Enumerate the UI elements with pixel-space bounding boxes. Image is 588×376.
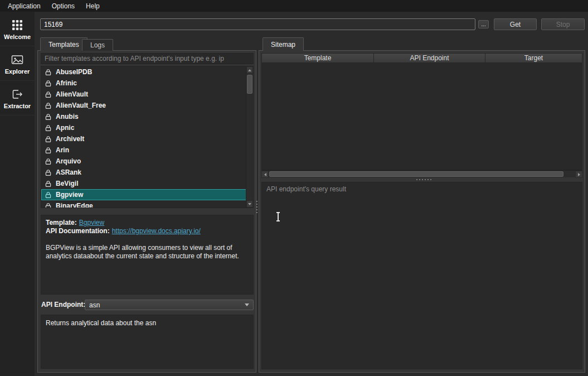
api-endpoint-label: API Endpoint: [41,300,85,310]
template-name: AbuseIPDB [56,68,92,76]
sitemap-table: Template API Endpoint Target [261,53,582,177]
menu-bar: Application Options Help [0,0,588,12]
sidebar-item-label: Extractor [4,103,31,109]
lock-icon [45,80,51,87]
menu-item[interactable]: Application [2,1,46,12]
target-input[interactable] [40,18,475,30]
scroll-down-button[interactable] [246,200,253,208]
template-list-item[interactable]: AbuseIPDB [41,66,247,78]
template-list-item[interactable]: ASRank [41,167,247,178]
api-endpoint-value: asn [89,301,100,309]
template-list[interactable]: AbuseIPDB Afrinic [41,66,254,208]
query-result-placeholder: API endpoint's query result [266,185,346,193]
column-header-api-endpoint[interactable]: API Endpoint [374,53,485,63]
lock-icon [45,147,51,154]
scroll-right-button[interactable] [575,171,582,178]
stop-button[interactable]: Stop [541,18,585,30]
lock-icon [45,203,51,209]
template-rows: AbuseIPDB Afrinic [41,66,247,208]
template-name: ASRank [56,168,81,176]
scrollbar-track[interactable] [246,74,253,200]
hscrollbar-track[interactable] [269,171,575,177]
text-cursor [276,212,280,221]
menu-item[interactable]: Options [46,1,80,12]
image-icon [11,54,23,65]
browse-button[interactable]: ... [478,20,489,28]
template-name: Arquivo [56,157,81,165]
api-doc-label: API Documentation: [46,227,110,235]
sidebar-item-label: Explorer [5,68,30,75]
horizontal-splitter-handle[interactable] [414,179,434,181]
template-list-item[interactable]: Bgpview [41,189,247,200]
lock-icon [45,69,51,76]
endpoint-description: Returns analytical data about the asn [46,319,156,327]
get-button[interactable]: Get [494,18,537,30]
template-list-item[interactable]: ArchiveIt [41,133,247,144]
tab-logs[interactable]: Logs [82,39,113,51]
template-label: Template: [46,219,77,226]
sidebar-item-explorer[interactable]: Explorer [0,46,35,81]
vertical-splitter-handle[interactable] [256,200,258,214]
endpoint-description-box: Returns analytical data about the asn [41,315,254,369]
api-doc-link[interactable]: https://bgpview.docs.apiary.io/ [112,227,201,235]
tab-templates[interactable]: Templates [40,37,88,51]
template-name: BeVigil [56,180,78,187]
grid-icon [12,20,23,31]
filter-input[interactable] [41,53,254,64]
template-list-item[interactable]: Anubis [41,111,247,122]
template-list-item[interactable]: BinaryEdge [41,200,247,208]
template-list-item[interactable]: AlienVault_Free [41,100,247,111]
template-list-item[interactable]: Arquivo [41,156,247,167]
table-header: Template API Endpoint Target [261,53,582,63]
template-name: Bgpview [56,191,83,199]
lock-icon [45,136,51,143]
template-list-item[interactable]: AlienVault [41,89,247,100]
tab-sitemap[interactable]: Sitemap [263,37,304,51]
api-endpoint-select[interactable]: asn [85,300,254,310]
lock-icon [45,124,51,132]
query-result-box[interactable]: API endpoint's query result [261,182,582,369]
template-description: BGPView is a simple API allowing consume… [46,244,249,261]
column-header-template[interactable]: Template [261,53,374,63]
table-horizontal-scrollbar[interactable] [261,170,582,177]
template-name: Anubis [56,113,79,120]
scroll-up-button[interactable] [246,66,253,74]
api-doc-line: API Documentation:https://bgpview.docs.a… [46,227,249,235]
templates-scrollbar[interactable] [246,66,253,208]
template-info-line: Template:Bgpview [46,219,249,227]
lock-icon [45,191,51,199]
template-name: AlienVault_Free [56,102,106,109]
lock-icon [45,113,51,120]
chevron-down-icon [245,303,249,306]
hscrollbar-thumb[interactable] [269,171,563,177]
lock-icon [45,180,51,187]
template-info-panel: Template:Bgpview API Documentation:https… [41,215,254,295]
sidebar-item-label: Welcome [4,33,31,40]
lock-icon [45,169,51,176]
sidebar-item-welcome[interactable]: Welcome [0,12,35,46]
template-list-item[interactable]: Apnic [41,122,247,133]
template-name: BinaryEdge [56,202,93,208]
template-name: AlienVault [56,90,88,98]
lock-icon [45,102,51,109]
template-list-item[interactable]: BeVigil [41,178,247,189]
sidebar: Welcome Explorer Extractor [0,12,35,376]
template-name: Arin [56,146,69,154]
template-name: Apnic [56,124,74,132]
menu-item[interactable]: Help [80,1,105,12]
sidebar-item-extractor[interactable]: Extractor [0,81,35,115]
template-name: Afrinic [56,79,77,87]
lock-icon [45,91,51,98]
lock-icon [45,158,51,165]
export-icon [11,89,23,100]
template-list-item[interactable]: Arin [41,144,247,156]
template-name: ArchiveIt [56,135,84,143]
scroll-left-button[interactable] [261,171,269,178]
column-header-target[interactable]: Target [485,53,582,63]
template-link[interactable]: Bgpview [79,219,104,226]
scrollbar-thumb[interactable] [247,75,252,94]
template-list-item[interactable]: Afrinic [41,78,247,89]
table-body[interactable] [261,63,582,170]
